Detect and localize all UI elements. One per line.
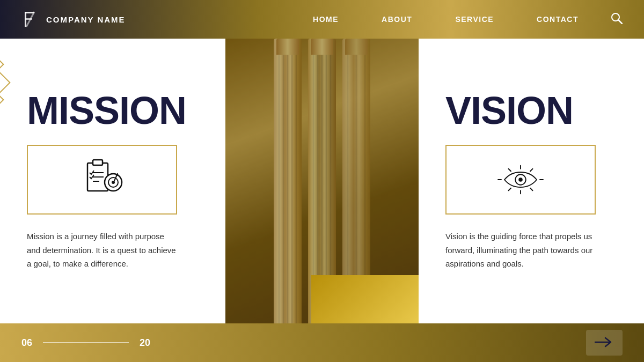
search-icon[interactable] xyxy=(611,12,623,27)
vision-icon-box xyxy=(445,145,596,215)
vision-icon xyxy=(496,156,545,204)
vision-text: Vision is the guiding force that propels… xyxy=(445,230,596,271)
footer: 06 20 xyxy=(0,323,644,362)
page-end: 20 xyxy=(140,337,150,349)
company-name-label: COMPANY NAME xyxy=(46,15,126,24)
nav-service[interactable]: SERVICE xyxy=(455,15,494,24)
navbar: COMPANY NAME HOME ABOUT SERVICE CONTACT xyxy=(0,0,644,39)
next-arrow[interactable] xyxy=(586,330,623,356)
vision-title: VISION xyxy=(445,91,617,130)
logo[interactable]: COMPANY NAME xyxy=(21,10,313,29)
svg-point-17 xyxy=(518,178,523,182)
vision-section: VISION Vision is the guiding force th xyxy=(419,39,644,323)
svg-line-23 xyxy=(530,188,533,191)
center-image xyxy=(225,39,419,323)
svg-line-20 xyxy=(509,169,511,172)
diamond-decoration xyxy=(0,55,252,110)
mission-text: Mission is a journey filled with purpose… xyxy=(27,230,177,271)
nav-about[interactable]: ABOUT xyxy=(382,15,412,24)
footer-left: 06 20 xyxy=(21,337,586,349)
mission-icon xyxy=(78,156,126,204)
main-content: MISSION Mission is xyxy=(0,39,644,323)
svg-line-22 xyxy=(509,188,511,191)
nav-home[interactable]: HOME xyxy=(313,15,339,24)
nav-contact[interactable]: CONTACT xyxy=(537,15,579,24)
footer-line xyxy=(43,342,129,343)
gold-rectangle xyxy=(311,275,419,323)
page-start: 06 xyxy=(21,337,32,349)
svg-rect-7 xyxy=(93,160,103,165)
svg-line-5 xyxy=(618,20,622,24)
mission-icon-box xyxy=(27,145,177,215)
mission-section: MISSION Mission is xyxy=(0,39,225,323)
svg-line-21 xyxy=(530,169,533,172)
nav-links: HOME ABOUT SERVICE CONTACT xyxy=(313,15,579,24)
logo-icon xyxy=(21,10,41,29)
